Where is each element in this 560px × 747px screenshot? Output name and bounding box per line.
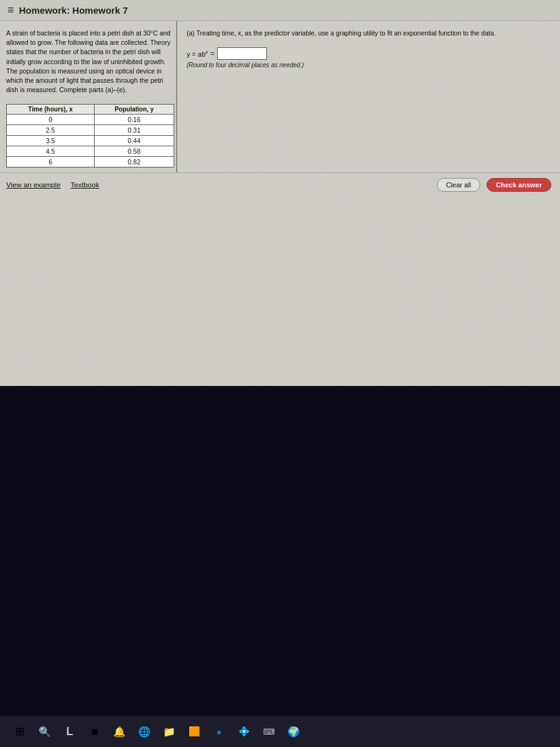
table-row: 60.82 [7, 156, 174, 167]
main-content-area: ≡ Homework: Homework 7 A strain of bacte… [0, 0, 560, 386]
round-note: (Round to four decimal places as needed.… [187, 62, 554, 68]
taskbar: ⊞ 🔍 L ⏹ 🔔 🌐 📁 🟧 ● 💠 ⌨ 🌍 [0, 716, 560, 747]
desktop-area [0, 386, 560, 716]
windows-icon[interactable]: ⊞ [10, 721, 30, 741]
cell-x: 3.5 [7, 135, 95, 146]
taskbar-l-icon[interactable]: L [60, 721, 80, 741]
superscript-x: x [205, 49, 208, 55]
hamburger-icon[interactable]: ≡ [7, 4, 14, 17]
col2-header: Population, y [95, 104, 174, 114]
left-panel: A strain of bacteria is placed into a pe… [6, 29, 174, 167]
vertical-divider [176, 21, 177, 172]
taskbar-dropbox-icon[interactable]: 💠 [234, 721, 254, 741]
header-bar: ≡ Homework: Homework 7 [0, 0, 560, 21]
cell-y: 0.82 [95, 156, 174, 167]
cell-x: 6 [7, 156, 95, 167]
problem-description: A strain of bacteria is placed into a pe… [6, 29, 174, 95]
bottom-right: Clear all Check answer [437, 178, 551, 192]
table-row: 3.50.44 [7, 135, 174, 146]
equation-row: y = abx = [187, 47, 554, 60]
cell-x: 4.5 [7, 146, 95, 156]
right-panel: (a) Treating time, x, as the predictor v… [180, 29, 554, 167]
data-table: Time (hours), x Population, y 00.162.50.… [6, 104, 174, 167]
taskbar-bell-icon[interactable]: 🔔 [110, 721, 129, 741]
cell-y: 0.44 [95, 135, 174, 146]
page-title: Homework: Homework 7 [19, 5, 128, 16]
view-example-link[interactable]: View an example [6, 181, 60, 189]
equation-equals: = [210, 50, 214, 57]
col1-header: Time (hours), x [7, 104, 95, 114]
bottom-left: View an example Textbook [6, 181, 99, 189]
part-a-label: (a) Treating time, x, as the predictor v… [187, 29, 554, 39]
cell-y: 0.31 [95, 125, 174, 135]
check-answer-button[interactable]: Check answer [487, 178, 551, 192]
content-area: A strain of bacteria is placed into a pe… [0, 21, 560, 172]
answer-input[interactable] [217, 47, 267, 60]
search-icon[interactable]: 🔍 [35, 721, 55, 741]
clear-all-button[interactable]: Clear all [437, 178, 480, 192]
cell-y: 0.16 [95, 114, 174, 125]
table-row: 2.50.31 [7, 125, 174, 135]
cell-x: 0 [7, 114, 95, 125]
bottom-bar: View an example Textbook Clear all Check… [0, 172, 560, 197]
taskbar-kb-icon[interactable]: ⌨ [259, 721, 279, 741]
taskbar-edge-icon[interactable]: 🌐 [134, 721, 154, 741]
taskbar-app1-icon[interactable]: 🟧 [184, 721, 204, 741]
cell-y: 0.58 [95, 146, 174, 156]
table-row: 4.50.58 [7, 146, 174, 156]
textbook-link[interactable]: Textbook [70, 181, 99, 189]
cell-x: 2.5 [7, 125, 95, 135]
taskbar-files-icon[interactable]: 📁 [159, 721, 179, 741]
table-row: 00.16 [7, 114, 174, 125]
taskbar-browser-icon[interactable]: 🌍 [284, 721, 304, 741]
taskbar-app2-icon[interactable]: ● [209, 721, 229, 741]
taskbar-media-icon[interactable]: ⏹ [85, 721, 105, 741]
equation-prefix: y = abx [187, 49, 208, 58]
